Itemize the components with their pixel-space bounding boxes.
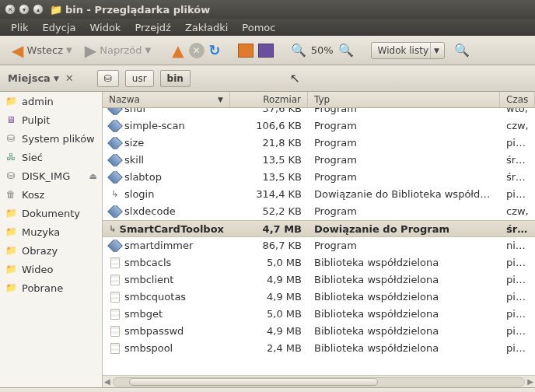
location-bar: Miejsca ▼ ✕ ⛁ usr bin ↖ — [0, 65, 535, 92]
sidebar-item-label: Pobrane — [22, 282, 63, 294]
places-toggle[interactable]: Miejsca ▼ — [8, 72, 59, 84]
titlebar: ✕ ▾ ▴ 📁 bin - Przeglądarka plików — [0, 0, 535, 19]
horizontal-scrollbar[interactable]: ◀ ▶ — [103, 375, 535, 387]
folder-icon: 📁 — [5, 263, 17, 275]
stop-button[interactable]: ✕ — [189, 43, 205, 58]
window-maximize-button[interactable]: ▴ — [33, 4, 44, 15]
folder-icon: 📁 — [5, 282, 17, 294]
chevron-down-icon: ▼ — [430, 43, 442, 58]
disk-icon: ⛁ — [5, 170, 17, 182]
zoom-out-button[interactable]: 🔍 — [291, 43, 306, 58]
file-size: 21,8 KB — [230, 137, 308, 149]
file-row[interactable]: smbclient4,9 MBBiblioteka współdzielonap… — [103, 271, 535, 289]
file-row[interactable]: smbget5,0 MBBiblioteka współdzielonapią,… — [103, 306, 535, 323]
file-type: Program — [308, 120, 500, 131]
file-name: smbcquotas — [124, 291, 186, 303]
file-row[interactable]: smbpasswd4,9 MBBiblioteka współdzielonap… — [103, 323, 535, 340]
file-row[interactable]: smbspool2,4 MBBiblioteka współdzielonapi… — [103, 340, 535, 357]
sidebar-item-obrazy[interactable]: 📁Obrazy — [0, 241, 102, 260]
zoom-level: 50% — [311, 44, 334, 56]
home-icon-button[interactable] — [238, 44, 254, 58]
sidebar-item-system-plików[interactable]: ⛁System plików — [0, 129, 102, 148]
path-usr-button[interactable]: usr — [125, 70, 154, 87]
scroll-right-icon[interactable]: ▶ — [527, 377, 533, 386]
column-type-header[interactable]: Typ — [308, 92, 500, 107]
forward-dropdown-icon: ▼ — [145, 46, 152, 54]
search-button[interactable]: 🔍 — [454, 43, 470, 58]
file-type: Biblioteka współdzielona — [308, 291, 500, 303]
column-name-header[interactable]: Nazwa ▼ — [103, 92, 230, 107]
mouse-cursor-icon: ↖ — [290, 71, 300, 86]
back-dropdown-icon[interactable]: ▼ — [66, 46, 72, 54]
file-date: nie, 2 — [500, 240, 535, 251]
status-bar: Zaznaczono "SmartCardToolbox" (4,7 MB) ◢ — [0, 387, 535, 392]
file-row[interactable]: ↳slogin314,4 KBDowiązanie do Biblioteka … — [103, 186, 535, 203]
file-row[interactable]: size21,8 KBProgrampią, 4 — [103, 135, 535, 152]
file-size: 37,6 KB — [230, 108, 308, 114]
sidebar-item-kosz[interactable]: 🗑Kosz — [0, 185, 102, 204]
view-mode-selector[interactable]: Widok listy ▼ — [371, 42, 445, 59]
menu-bookmarks[interactable]: Zakładki — [179, 20, 234, 35]
back-button[interactable]: ◀ Wstecz ▼ — [8, 39, 76, 62]
menu-file[interactable]: Plik — [5, 20, 35, 35]
main-toolbar: ◀ Wstecz ▼ ▶ Naprzód ▼ ▲ ✕ ↻ 🔍 50% 🔍 Wid… — [0, 36, 535, 65]
menu-go[interactable]: Przejdź — [128, 20, 177, 35]
menu-help[interactable]: Pomoc — [236, 20, 281, 35]
file-row[interactable]: smbcacls5,0 MBBiblioteka współdzielonapi… — [103, 254, 535, 271]
menu-view[interactable]: Widok — [83, 20, 127, 35]
file-row[interactable]: simple-scan106,6 KBProgramczw, — [103, 117, 535, 135]
sidebar-item-disk_img[interactable]: ⛁DISK_IMG⏏ — [0, 166, 102, 185]
sidebar-item-pulpit[interactable]: 🖥Pulpit — [0, 110, 102, 129]
executable-icon — [109, 205, 121, 218]
executable-icon — [109, 171, 121, 184]
file-row[interactable]: slabtop13,5 KBProgramśro, 1 — [103, 169, 535, 186]
file-date: pią, 3 — [500, 308, 535, 320]
executable-icon — [109, 120, 121, 132]
eject-icon[interactable]: ⏏ — [89, 171, 97, 181]
file-size: 5,0 MB — [230, 257, 308, 268]
file-row[interactable]: skill13,5 KBProgramśro, 1 — [103, 152, 535, 169]
file-date: pią, 3 — [500, 325, 535, 337]
desktop-icon: 🖥 — [5, 114, 17, 126]
path-drive-button[interactable]: ⛁ — [97, 70, 119, 87]
folder-icon: 📁 — [5, 95, 17, 107]
zoom-in-button[interactable]: 🔍 — [338, 43, 354, 58]
column-size-header[interactable]: Rozmiar — [230, 92, 308, 107]
file-row[interactable]: smartdimmer86,7 KBProgramnie, 2 — [103, 237, 535, 254]
reload-button[interactable]: ↻ — [209, 42, 221, 58]
path-bin-button[interactable]: bin — [160, 70, 191, 87]
file-date: czw, — [500, 120, 535, 131]
sidebar-item-admin[interactable]: 📁admin — [0, 92, 102, 110]
sidebar-item-wideo[interactable]: 📁Wideo — [0, 260, 102, 278]
file-row[interactable]: slxdecode52,2 KBProgramczw, — [103, 203, 535, 220]
file-size: 4,9 MB — [230, 291, 308, 303]
scroll-left-icon[interactable]: ◀ — [104, 377, 110, 386]
file-row[interactable]: ↳SmartCardToolbox4,7 MBDowiązanie do Pro… — [103, 220, 535, 237]
file-size: 52,2 KB — [230, 205, 308, 217]
window-minimize-button[interactable]: ▾ — [19, 4, 30, 15]
file-list[interactable]: shuf37,6 KBProgramwto,simple-scan106,6 K… — [103, 108, 535, 375]
file-row[interactable]: smbcquotas4,9 MBBiblioteka współdzielona… — [103, 289, 535, 306]
file-name: smbpasswd — [124, 325, 184, 337]
close-pane-button[interactable]: ✕ — [65, 72, 74, 84]
back-label: Wstecz — [26, 44, 63, 56]
up-button[interactable]: ▲ — [172, 41, 184, 60]
file-size: 13,5 KB — [230, 154, 308, 166]
menu-edit[interactable]: Edycja — [37, 20, 82, 35]
scrollbar-thumb[interactable] — [129, 378, 378, 386]
column-date-header[interactable]: Czas — [500, 92, 535, 107]
forward-arrow-icon: ▶ — [85, 41, 96, 60]
file-row[interactable]: shuf37,6 KBProgramwto, — [103, 108, 535, 117]
file-date: wto, — [500, 108, 535, 114]
document-icon — [109, 291, 121, 303]
computer-icon-button[interactable] — [258, 44, 274, 58]
document-icon — [109, 274, 121, 286]
sidebar-item-pobrane[interactable]: 📁Pobrane — [0, 278, 102, 297]
file-size: 314,4 KB — [230, 188, 308, 200]
file-type: Program — [308, 171, 500, 183]
sidebar-item-muzyka[interactable]: 📁Muzyka — [0, 222, 102, 241]
file-name: smbspool — [124, 342, 173, 354]
sidebar-item-dokumenty[interactable]: 📁Dokumenty — [0, 204, 102, 222]
sidebar-item-sieć[interactable]: 🖧Sieć — [0, 148, 102, 166]
window-close-button[interactable]: ✕ — [5, 4, 16, 15]
